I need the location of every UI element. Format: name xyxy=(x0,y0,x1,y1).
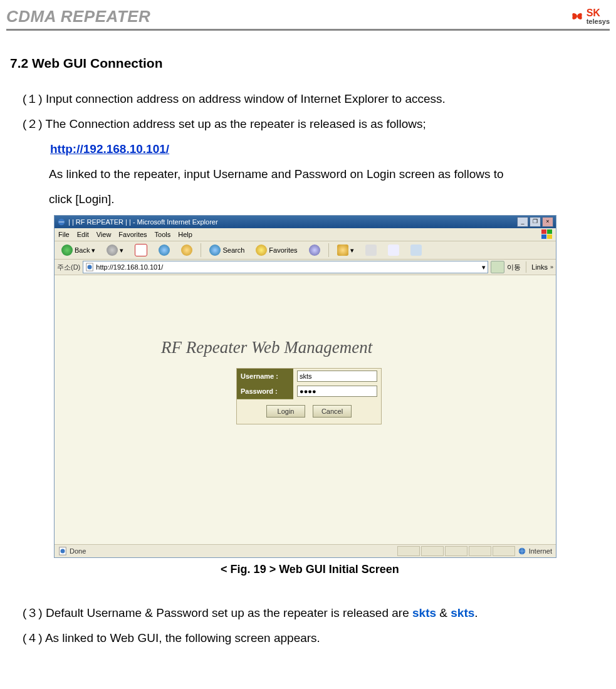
ie-screenshot: | | RF REPEATER | | - Microsoft Internet… xyxy=(54,215,556,558)
back-label: Back xyxy=(75,246,90,254)
ie-content-area: RF Repeater Web Management Username : Pa… xyxy=(55,275,556,544)
connection-url: http://192.168.10.101/ xyxy=(10,137,610,161)
chevron-down-icon: ▾ xyxy=(91,246,95,255)
refresh-button[interactable] xyxy=(154,243,174,258)
ie-status-bar: Done Internet xyxy=(55,544,556,557)
status-segments xyxy=(397,546,515,556)
connection-link[interactable]: http://192.168.10.101/ xyxy=(50,142,169,155)
ie-menu-bar: File Edit View Favorites Tools Help xyxy=(55,228,556,241)
search-icon xyxy=(209,245,221,256)
ie-toolbar: Back ▾ ▾ Search Favorites xyxy=(55,241,556,260)
stop-icon xyxy=(135,244,147,256)
search-button[interactable]: Search xyxy=(205,243,249,258)
address-input[interactable]: http://192.168.10.101/ ▾ xyxy=(83,261,488,273)
header-title: CDMA REPEATER xyxy=(6,7,150,28)
window-controls: _ ❐ × xyxy=(517,217,553,227)
print-icon xyxy=(365,245,377,256)
default-password: skts xyxy=(451,606,474,619)
links-label[interactable]: Links xyxy=(531,263,548,271)
toolbar-separator xyxy=(201,243,201,257)
list-item-3: (３) Default Username & Password set up a… xyxy=(10,601,610,625)
stop-button[interactable] xyxy=(130,243,152,258)
logo-telesys-text: telesys xyxy=(587,18,610,25)
forward-icon xyxy=(107,245,118,256)
svg-rect-2 xyxy=(547,229,552,234)
login-button[interactable]: Login xyxy=(266,405,305,418)
windows-flag-icon xyxy=(541,229,553,240)
list-item-4: (４) As linked to Web GUI, the following … xyxy=(10,626,610,650)
search-label: Search xyxy=(222,246,244,254)
svg-rect-4 xyxy=(547,234,552,239)
home-button[interactable] xyxy=(177,243,197,258)
login-panel: Username : Password : Login Cancel xyxy=(236,368,382,424)
edit-icon xyxy=(388,245,399,256)
list-item-2: (２) The Connection address set up as the… xyxy=(10,112,610,136)
svg-rect-3 xyxy=(541,234,546,239)
done-icon xyxy=(58,547,67,555)
figure-caption: < Fig. 19 > Web GUI Initial Screen xyxy=(10,563,610,576)
star-icon xyxy=(256,245,267,256)
go-label: 이동 xyxy=(507,263,521,272)
logo-sk-text: SK xyxy=(587,8,610,18)
paragraph-line-a: As linked to the repeater, input Usernam… xyxy=(10,162,610,186)
separator xyxy=(526,261,526,273)
minimize-button[interactable]: _ xyxy=(517,217,528,227)
item3-suffix: . xyxy=(474,606,478,619)
back-button[interactable]: Back ▾ xyxy=(57,243,100,258)
document-body: 7.2 Web GUI Connection (１) Input connect… xyxy=(6,31,610,650)
menu-tools[interactable]: Tools xyxy=(155,231,171,238)
username-input[interactable] xyxy=(297,371,377,382)
address-label: 주소(D) xyxy=(57,263,80,272)
forward-button[interactable]: ▾ xyxy=(102,243,128,258)
menu-file[interactable]: File xyxy=(58,231,70,238)
svg-rect-1 xyxy=(541,229,546,234)
ie-title-bar: | | RF REPEATER | | - Microsoft Internet… xyxy=(55,216,556,228)
print-button[interactable] xyxy=(361,243,381,258)
page-heading: RF Repeater Web Management xyxy=(161,338,372,357)
go-button[interactable] xyxy=(491,261,504,273)
links-chevron[interactable]: » xyxy=(550,264,553,270)
favorites-label: Favorites xyxy=(269,246,297,254)
misc-button[interactable] xyxy=(406,243,426,258)
globe-icon xyxy=(518,547,526,555)
media-icon xyxy=(309,245,320,256)
zone-label: Internet xyxy=(529,547,552,555)
media-button[interactable] xyxy=(305,243,325,258)
svg-point-8 xyxy=(61,549,65,554)
section-title: 7.2 Web GUI Connection xyxy=(10,56,610,71)
chevron-down-icon: ▾ xyxy=(120,246,123,255)
mail-icon xyxy=(337,245,348,256)
item3-prefix: (３) Default Username & Password set up a… xyxy=(23,606,412,619)
chevron-down-icon: ▾ xyxy=(350,246,354,255)
address-url: http://192.168.10.101/ xyxy=(96,263,163,271)
menu-favorites[interactable]: Favorites xyxy=(118,231,147,238)
svg-point-6 xyxy=(88,265,92,270)
misc-icon xyxy=(410,245,422,256)
mail-button[interactable]: ▾ xyxy=(333,243,358,258)
refresh-icon xyxy=(159,245,170,256)
chevron-down-icon[interactable]: ▾ xyxy=(482,263,486,271)
maximize-button[interactable]: ❐ xyxy=(530,217,541,227)
butterfly-icon xyxy=(570,9,584,23)
close-button[interactable]: × xyxy=(542,217,553,227)
username-label: Username : xyxy=(237,369,293,384)
sk-telesys-logo: SK telesys xyxy=(535,5,610,28)
favorites-button[interactable]: Favorites xyxy=(251,243,301,258)
page-icon xyxy=(85,263,94,271)
menu-view[interactable]: View xyxy=(97,231,112,238)
menu-edit[interactable]: Edit xyxy=(77,231,89,238)
default-username: skts xyxy=(412,606,436,619)
home-icon xyxy=(181,245,192,256)
toolbar-separator xyxy=(328,243,329,257)
back-icon xyxy=(61,245,73,256)
item3-mid: & xyxy=(436,606,451,619)
menu-help[interactable]: Help xyxy=(178,231,192,238)
cancel-button[interactable]: Cancel xyxy=(313,405,352,418)
ie-address-bar: 주소(D) http://192.168.10.101/ ▾ 이동 Links … xyxy=(55,260,556,275)
status-text: Done xyxy=(70,547,86,555)
password-input[interactable] xyxy=(297,386,377,397)
password-label: Password : xyxy=(237,384,293,399)
edit-button[interactable] xyxy=(384,243,404,258)
ie-window-title: | | RF REPEATER | | - Microsoft Internet… xyxy=(68,218,218,226)
document-page: CDMA REPEATER SK telesys 7.2 Web GUI Con… xyxy=(0,0,616,689)
